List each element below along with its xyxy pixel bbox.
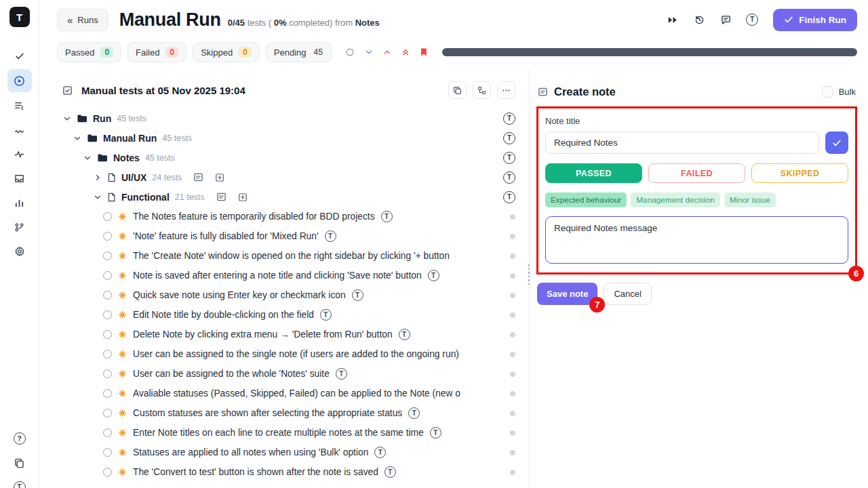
- tag-chip[interactable]: Expected behaviour: [545, 192, 627, 207]
- t-badge-icon[interactable]: T: [503, 191, 515, 203]
- test-status-radio[interactable]: [103, 271, 112, 280]
- filter-chip-passed[interactable]: Passed0: [57, 42, 121, 62]
- sidebar-item-check[interactable]: [7, 45, 32, 68]
- test-status-radio[interactable]: [103, 251, 112, 260]
- filter-chip-skipped[interactable]: Skipped0: [193, 42, 260, 62]
- test-status-radio[interactable]: [103, 310, 112, 319]
- ring-button[interactable]: [345, 47, 355, 57]
- test-status-radio[interactable]: [103, 350, 112, 359]
- test-row[interactable]: Note is saved after entering a note titl…: [39, 266, 529, 285]
- quick-save-button[interactable]: [825, 131, 848, 154]
- test-status-radio[interactable]: [103, 448, 112, 457]
- test-status-radio[interactable]: [103, 409, 112, 418]
- note-message-textarea[interactable]: Required Notes message: [545, 216, 848, 264]
- cancel-button[interactable]: Cancel: [604, 283, 651, 305]
- sidebar-item-wave[interactable]: [7, 118, 32, 141]
- tree-row-ui-ux[interactable]: UI/UX24 testsT: [39, 167, 529, 187]
- test-dot: [510, 391, 515, 396]
- tree-row-run[interactable]: Run45 testsT: [39, 108, 529, 128]
- confetti-icon: [118, 251, 127, 260]
- sidebar-item-branch[interactable]: [7, 216, 32, 239]
- sidebar-item-inbox[interactable]: [7, 167, 32, 190]
- t-badge-icon[interactable]: T: [503, 171, 515, 184]
- test-status-radio[interactable]: [103, 330, 112, 339]
- test-row[interactable]: Delete Note by clicking extra menu → 'De…: [39, 325, 529, 344]
- test-row[interactable]: Quick save note using Enter key or check…: [39, 285, 529, 305]
- sidebar-item-queue[interactable]: [7, 94, 32, 117]
- suite-add-button[interactable]: [215, 173, 224, 182]
- chevron-down-button[interactable]: [365, 48, 373, 56]
- test-row[interactable]: Custom statuses are shown after selectin…: [39, 403, 529, 423]
- test-row[interactable]: The Notes feature is temporarily disable…: [39, 207, 529, 226]
- sidebar-item-pages[interactable]: [7, 451, 32, 474]
- t-badge-icon[interactable]: T: [430, 427, 441, 439]
- tag-chip[interactable]: Management decision: [631, 192, 719, 207]
- brand-ring-button[interactable]: T: [744, 12, 760, 28]
- test-status-radio[interactable]: [103, 232, 112, 241]
- test-status-radio[interactable]: [103, 389, 112, 398]
- tree-row-manual-run[interactable]: Manual Run45 testsT: [39, 128, 529, 148]
- bulk-checkbox[interactable]: [822, 86, 833, 98]
- t-badge-icon[interactable]: T: [428, 270, 439, 281]
- sidebar-item-play-circle[interactable]: [7, 69, 32, 92]
- filter-chip-failed[interactable]: Failed0: [127, 42, 186, 62]
- sidebar-item-help[interactable]: ?: [7, 427, 32, 450]
- test-status-radio[interactable]: [103, 291, 112, 300]
- sidebar-item-activity[interactable]: [7, 142, 32, 165]
- sidebar-item-brand-ring[interactable]: T: [7, 476, 32, 488]
- tree-row-notes[interactable]: Notes45 testsT: [39, 148, 529, 167]
- comment-button[interactable]: [717, 12, 734, 28]
- sidebar-item-gear[interactable]: [7, 240, 32, 263]
- test-row[interactable]: 'Note' feature is fully disabled for 'Mi…: [39, 226, 529, 246]
- test-row[interactable]: Statuses are applied to all notes when u…: [39, 443, 529, 462]
- history-button[interactable]: [691, 12, 707, 28]
- test-status-radio[interactable]: [103, 369, 112, 378]
- t-badge-icon[interactable]: T: [503, 113, 515, 125]
- test-row[interactable]: User can be assigned to the whole 'Notes…: [39, 364, 529, 384]
- test-status-radio[interactable]: [103, 428, 112, 437]
- back-to-runs-button[interactable]: « Runs: [57, 9, 108, 31]
- test-status-radio[interactable]: [103, 468, 112, 476]
- test-status-radio[interactable]: [103, 212, 112, 221]
- double-chevron-up-button[interactable]: [401, 48, 410, 56]
- test-row[interactable]: Enter Note titles on each line to create…: [39, 423, 529, 443]
- test-row[interactable]: Edit Note title by double-clicking on th…: [39, 305, 529, 325]
- t-badge-icon[interactable]: T: [503, 152, 515, 164]
- bulk-toggle[interactable]: Bulk: [822, 86, 856, 98]
- test-row[interactable]: The 'Create Note' window is opened on th…: [39, 246, 529, 266]
- t-badge-icon[interactable]: T: [384, 466, 396, 478]
- more-button[interactable]: [497, 81, 515, 99]
- tree-button[interactable]: [473, 81, 491, 99]
- t-badge-icon[interactable]: T: [408, 407, 420, 419]
- fast-forward-button[interactable]: [665, 12, 681, 28]
- t-badge-icon[interactable]: T: [325, 230, 336, 242]
- finish-run-button[interactable]: Finish Run: [773, 9, 857, 31]
- t-badge-icon[interactable]: T: [399, 329, 410, 340]
- t-badge-icon[interactable]: T: [336, 368, 347, 380]
- title-wrap: Manual Run 0/45 tests ( 0% completed) fr…: [119, 9, 380, 30]
- sidebar-item-bar-chart[interactable]: [7, 191, 32, 214]
- t-badge-icon[interactable]: T: [503, 132, 515, 144]
- test-row[interactable]: Avaliable statuses (Passed, Skipped, Fai…: [39, 384, 529, 403]
- copy-button[interactable]: [448, 81, 467, 99]
- suite-note-button[interactable]: [216, 192, 226, 202]
- chevron-up-button[interactable]: [383, 48, 391, 56]
- status-failed-button[interactable]: FAILED: [648, 163, 745, 183]
- t-badge-icon[interactable]: T: [320, 309, 332, 321]
- status-passed-button[interactable]: PASSED: [545, 163, 642, 183]
- t-badge-icon[interactable]: T: [352, 289, 363, 301]
- status-skipped-button[interactable]: SKIPPED: [751, 163, 848, 183]
- suite-note-button[interactable]: [193, 172, 203, 182]
- filter-chip-pending[interactable]: Pending45: [266, 42, 332, 62]
- test-row[interactable]: The 'Convert to test' button is shown af…: [39, 462, 529, 482]
- suite-add-button[interactable]: [238, 192, 248, 202]
- tree-row-functional[interactable]: Functional21 testsT: [39, 187, 529, 207]
- save-note-button[interactable]: Save note 7: [537, 283, 597, 305]
- test-row[interactable]: User can be assigned to the single note …: [39, 344, 529, 364]
- t-badge-icon[interactable]: T: [374, 447, 386, 458]
- brand-logo[interactable]: T: [9, 7, 30, 27]
- bookmark-button[interactable]: [420, 47, 428, 57]
- t-badge-icon[interactable]: T: [381, 211, 393, 222]
- tag-chip[interactable]: Minor issue: [724, 192, 776, 207]
- note-title-input[interactable]: [545, 131, 819, 154]
